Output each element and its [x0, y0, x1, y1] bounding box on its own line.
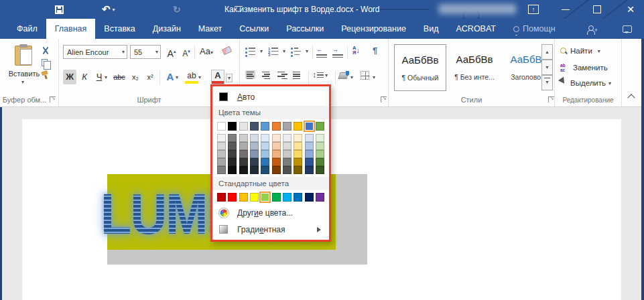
- color-swatch[interactable]: [239, 193, 248, 202]
- align-right-button[interactable]: [276, 70, 286, 79]
- color-swatch[interactable]: [283, 158, 292, 166]
- align-center-button[interactable]: [261, 70, 271, 79]
- text-effects-button[interactable]: A: [164, 70, 177, 84]
- tab-mailings[interactable]: Рассылки: [277, 19, 332, 39]
- clipboard-dialog-launcher[interactable]: [50, 96, 56, 102]
- numbering-dropdown[interactable]: ▾: [283, 48, 285, 54]
- line-spacing-button[interactable]: ↕▾: [312, 70, 328, 80]
- color-swatch[interactable]: [272, 150, 281, 158]
- color-swatch[interactable]: [316, 134, 324, 142]
- tab-review[interactable]: Рецензирование: [332, 19, 415, 39]
- multilevel-list-dropdown[interactable]: ▾: [306, 48, 308, 54]
- color-swatch[interactable]: [316, 150, 324, 158]
- format-painter-icon[interactable]: [41, 71, 48, 79]
- shrink-font-button[interactable]: A▾: [180, 44, 193, 59]
- color-swatch[interactable]: [217, 193, 226, 202]
- color-swatch[interactable]: [272, 122, 281, 131]
- color-swatch[interactable]: [283, 150, 292, 158]
- color-swatch[interactable]: [261, 158, 269, 166]
- styles-more-button[interactable]: ▼: [541, 75, 553, 90]
- collapse-ribbon-button[interactable]: [627, 94, 635, 101]
- clear-formatting-icon[interactable]: [222, 46, 233, 56]
- color-swatch[interactable]: [305, 134, 314, 142]
- color-swatch[interactable]: [272, 142, 281, 150]
- bold-button[interactable]: Ж: [63, 70, 76, 84]
- styles-scroll-down[interactable]: ▼: [541, 60, 553, 75]
- tab-references[interactable]: Ссылки: [231, 19, 277, 39]
- undo-button[interactable]: ↶▾: [102, 0, 115, 19]
- decrease-indent-icon[interactable]: ←: [316, 46, 327, 55]
- underline-dropdown[interactable]: ▾: [105, 74, 107, 80]
- increase-indent-icon[interactable]: →: [332, 46, 343, 55]
- align-left-button[interactable]: [245, 70, 255, 79]
- text-effects-dropdown[interactable]: ▾: [176, 74, 178, 80]
- color-swatch[interactable]: [228, 122, 237, 131]
- color-swatch[interactable]: [250, 134, 259, 142]
- color-swatch[interactable]: [250, 158, 259, 166]
- change-case-button[interactable]: Aa▾: [197, 44, 216, 59]
- tab-insert[interactable]: Вставка: [95, 19, 143, 39]
- justify-button[interactable]: [292, 70, 302, 79]
- numbering-icon[interactable]: 123: [268, 47, 278, 57]
- show-marks-button[interactable]: ¶: [373, 46, 377, 56]
- color-swatch[interactable]: [217, 158, 226, 166]
- font-size-combobox[interactable]: 55▾: [130, 45, 161, 59]
- superscript-button[interactable]: x²: [143, 70, 157, 84]
- font-color-button[interactable]: A: [212, 70, 224, 84]
- comments-icon[interactable]: [623, 25, 632, 33]
- color-swatch[interactable]: [283, 134, 292, 142]
- highlight-dropdown[interactable]: ▾: [198, 74, 201, 80]
- style-no-spacing[interactable]: АаБбВв ¶ Без инте...: [448, 44, 501, 91]
- color-swatch[interactable]: [305, 193, 314, 202]
- tab-file[interactable]: Файл: [8, 19, 46, 39]
- color-swatch[interactable]: [272, 193, 281, 202]
- bullets-icon[interactable]: [245, 47, 255, 57]
- borders-dropdown[interactable]: ▾: [373, 74, 375, 80]
- shading-dropdown[interactable]: ▾: [350, 74, 353, 80]
- color-swatch[interactable]: [228, 158, 237, 166]
- color-swatch[interactable]: [261, 122, 269, 131]
- color-swatch[interactable]: [261, 134, 269, 142]
- font-color-dropdown[interactable]: ▾: [227, 74, 232, 82]
- color-swatch[interactable]: [217, 166, 226, 174]
- color-swatch[interactable]: [250, 150, 259, 158]
- minimize-button[interactable]: [562, 9, 570, 10]
- color-swatch[interactable]: [250, 122, 259, 131]
- color-swatch[interactable]: [228, 193, 237, 202]
- color-swatch[interactable]: [261, 150, 269, 158]
- paste-icon[interactable]: [15, 46, 32, 66]
- color-swatch[interactable]: [283, 122, 292, 131]
- tab-acrobat[interactable]: ACROBAT: [447, 19, 505, 39]
- styles-scroll-up[interactable]: ▲: [541, 44, 553, 60]
- subscript-button[interactable]: x₂: [129, 70, 142, 84]
- select-button[interactable]: Выделить▾: [560, 79, 611, 87]
- color-swatch[interactable]: [217, 134, 226, 142]
- color-swatch[interactable]: [294, 122, 302, 131]
- paste-button[interactable]: Вставить: [5, 70, 43, 78]
- ribbon-display-options-button[interactable]: ↑: [528, 5, 539, 14]
- color-swatch[interactable]: [316, 142, 324, 150]
- color-swatch[interactable]: [316, 166, 324, 174]
- color-swatch[interactable]: [294, 193, 302, 202]
- color-swatch[interactable]: [316, 122, 324, 131]
- color-swatch[interactable]: [239, 166, 248, 174]
- bullets-dropdown[interactable]: ▾: [260, 48, 263, 54]
- color-swatch[interactable]: [283, 193, 292, 202]
- color-swatch[interactable]: [261, 193, 269, 202]
- color-swatch[interactable]: [294, 166, 302, 174]
- maximize-button[interactable]: [593, 5, 601, 13]
- redo-button[interactable]: ↻: [173, 0, 181, 19]
- color-swatch[interactable]: [217, 122, 226, 131]
- color-swatch[interactable]: [305, 122, 314, 131]
- highlight-button[interactable]: ab: [185, 70, 198, 84]
- find-button[interactable]: Найти▾: [560, 47, 600, 55]
- color-swatch[interactable]: [239, 122, 248, 131]
- underline-button[interactable]: Ч: [92, 70, 106, 84]
- tab-design[interactable]: Дизайн: [144, 19, 190, 39]
- grow-font-button[interactable]: A▴: [165, 44, 178, 59]
- color-swatch[interactable]: [228, 142, 237, 150]
- cut-icon[interactable]: [42, 47, 50, 55]
- color-swatch[interactable]: [228, 166, 237, 174]
- shading-icon[interactable]: [339, 71, 348, 79]
- sign-in-icon[interactable]: +: [587, 25, 594, 33]
